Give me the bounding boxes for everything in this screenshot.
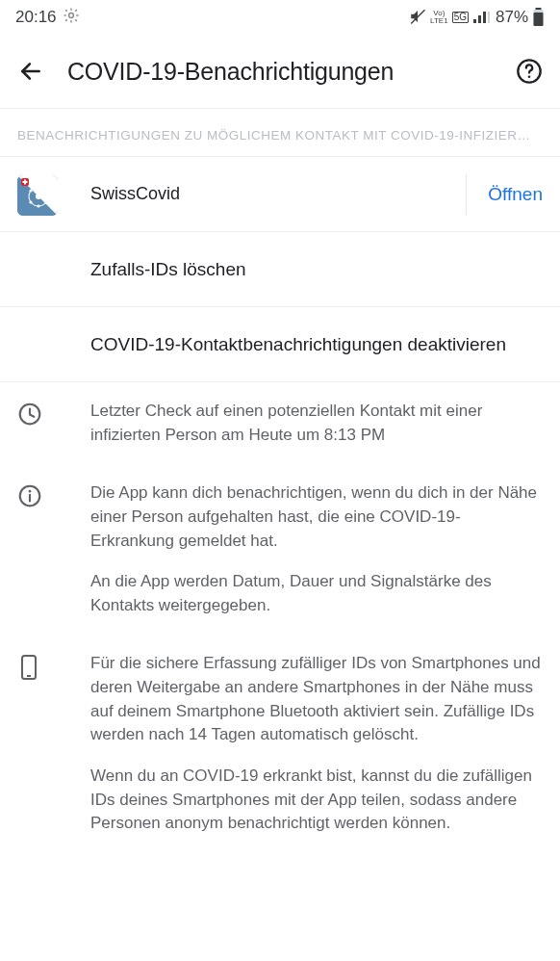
volte-indicator: Vo) LTE1: [430, 10, 448, 25]
svg-point-8: [528, 76, 531, 79]
phone-block: Für die sichere Erfassung zufälliger IDs…: [0, 635, 560, 852]
delete-random-ids-label: Zufalls-IDs löschen: [90, 257, 543, 282]
svg-rect-5: [534, 13, 544, 26]
svg-point-16: [29, 200, 32, 203]
svg-rect-11: [23, 181, 28, 183]
battery-icon: [532, 8, 545, 27]
deactivate-notifications-row[interactable]: COVID-19-Kontaktbenachrichtigungen deakt…: [0, 306, 560, 381]
statusbar: 20:16 Vo) LTE1 5G 87%: [0, 0, 560, 35]
mute-icon: [409, 8, 426, 28]
about-text-2: An die App werden Datum, Dauer und Signa…: [90, 570, 543, 617]
arrow-left-icon: [18, 59, 43, 84]
about-block: Die App kann dich benachrichtigen, wenn …: [0, 464, 560, 635]
info-icon: [17, 483, 42, 512]
svg-point-19: [37, 204, 39, 207]
svg-point-0: [68, 13, 73, 17]
about-text-1: Die App kann dich benachrichtigen, wenn …: [90, 481, 543, 553]
last-check-text: Letzter Check auf einen potenziellen Kon…: [90, 400, 543, 447]
clock-icon: [17, 402, 42, 430]
open-app-link[interactable]: Öffnen: [466, 174, 543, 215]
network-indicator: 5G: [452, 12, 469, 23]
delete-random-ids-row[interactable]: Zufalls-IDs löschen: [0, 231, 560, 306]
phone-text-1: Für die sichere Erfassung zufälliger IDs…: [90, 652, 543, 747]
help-icon: [516, 58, 543, 85]
settings-gear-icon: [63, 7, 80, 29]
svg-point-23: [29, 490, 32, 493]
app-name: SwissCovid: [90, 182, 466, 205]
swisscovid-app-icon: [17, 175, 58, 216]
back-button[interactable]: [12, 52, 50, 91]
statusbar-time: 20:16: [15, 8, 57, 27]
deactivate-notifications-label: COVID-19-Kontaktbenachrichtigungen deakt…: [90, 332, 543, 357]
svg-rect-2: [488, 12, 490, 23]
section-caption: BENACHRICHTIGUNGEN ZU MÖGLICHEM KONTAKT …: [0, 109, 560, 156]
phone-icon: [17, 654, 40, 685]
svg-rect-3: [536, 8, 542, 10]
svg-point-18: [37, 185, 39, 188]
svg-point-14: [29, 189, 32, 192]
phone-text-2: Wenn du an COVID-19 erkrankt bist, kanns…: [90, 765, 543, 836]
app-header: COVID-19-Benachrichtigungen: [0, 35, 560, 109]
svg-point-13: [36, 194, 41, 199]
svg-point-15: [44, 189, 47, 192]
signal-icon: [472, 11, 490, 24]
page-title: COVID-19-Benachrichtigungen: [67, 58, 496, 86]
battery-percent: 87%: [496, 8, 528, 27]
help-button[interactable]: [514, 56, 545, 87]
svg-point-17: [44, 200, 47, 203]
last-check-block: Letzter Check auf einen potenziellen Kon…: [0, 381, 560, 464]
app-row[interactable]: SwissCovid Öffnen: [0, 156, 560, 231]
